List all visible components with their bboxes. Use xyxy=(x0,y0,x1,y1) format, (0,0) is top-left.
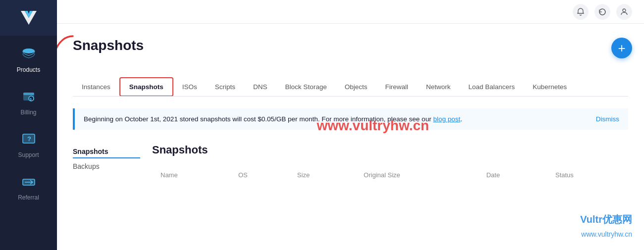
notification-icon-btn[interactable] xyxy=(573,4,589,20)
products-icon xyxy=(19,45,38,63)
section-content: Snapshots Name OS Size Original Size Dat… xyxy=(152,144,628,186)
sub-nav: Snapshots Backups xyxy=(73,144,152,186)
tab-scripts[interactable]: Scripts xyxy=(206,78,244,97)
sidebar-item-products-label: Products xyxy=(17,66,40,73)
svg-point-12 xyxy=(623,9,626,12)
col-original-size: Original Size xyxy=(356,165,479,186)
svg-rect-4 xyxy=(23,93,34,95)
billing-icon: $ xyxy=(19,87,38,106)
tab-block-storage[interactable]: Block Storage xyxy=(276,78,336,97)
dismiss-button[interactable]: Dismiss xyxy=(596,115,619,123)
sub-nav-snapshots[interactable]: Snapshots xyxy=(73,144,140,158)
tab-snapshots[interactable]: Snapshots xyxy=(119,77,173,97)
tab-objects[interactable]: Objects xyxy=(336,78,376,97)
referral-icon xyxy=(19,172,38,191)
col-date: Date xyxy=(479,165,547,186)
tab-load-balancers[interactable]: Load Balancers xyxy=(459,78,524,97)
snapshots-table: Name OS Size Original Size Date Status xyxy=(152,164,628,186)
nav-tabs: Instances Snapshots ISOs Scripts DNS Blo… xyxy=(73,77,628,97)
sidebar-item-referral-label: Referral xyxy=(18,194,39,201)
tab-firewall[interactable]: Firewall xyxy=(376,78,417,97)
sidebar-item-support-label: Support xyxy=(18,151,39,158)
topbar xyxy=(57,0,644,24)
col-status: Status xyxy=(547,165,628,186)
account-icon-btn[interactable] xyxy=(616,4,632,20)
info-banner: Beginning on October 1st, 2021 stored sn… xyxy=(73,108,628,130)
support-icon: ? xyxy=(19,130,38,149)
col-size: Size xyxy=(289,165,356,186)
sub-nav-backups[interactable]: Backups xyxy=(73,158,140,174)
lower-section: Snapshots Backups Snapshots Name OS Size… xyxy=(73,144,628,186)
sidebar-item-products[interactable]: Products xyxy=(0,38,57,80)
arrow-indicator xyxy=(57,34,78,63)
watermark-bottom-right: Vultr优惠网 xyxy=(580,213,632,226)
main-content: www.vultryhw.cn Vultr优惠网 www.vultryhw.cn… xyxy=(57,0,644,250)
page-title-row: Snapshots xyxy=(73,38,628,65)
col-os: OS xyxy=(230,165,289,186)
table-header-row: Name OS Size Original Size Date Status xyxy=(153,165,628,186)
sidebar-item-referral[interactable]: Referral xyxy=(0,165,57,208)
sidebar: Products $ Billing ? Support xyxy=(0,0,57,250)
add-snapshot-button[interactable]: + xyxy=(611,38,632,58)
tab-instances[interactable]: Instances xyxy=(73,78,119,97)
vultr-logo-icon xyxy=(18,7,40,29)
tab-kubernetes[interactable]: Kubernetes xyxy=(524,78,576,97)
section-title: Snapshots xyxy=(152,144,628,156)
tab-dns[interactable]: DNS xyxy=(244,78,276,97)
info-banner-text: Beginning on October 1st, 2021 stored sn… xyxy=(84,115,462,123)
sidebar-item-billing[interactable]: $ Billing xyxy=(0,80,57,123)
sidebar-item-support[interactable]: ? Support xyxy=(0,123,57,165)
tab-isos[interactable]: ISOs xyxy=(173,78,206,97)
topbar-icons xyxy=(573,4,632,20)
col-name: Name xyxy=(153,165,230,186)
page-title: Snapshots xyxy=(73,38,144,53)
blog-post-link[interactable]: blog post xyxy=(433,115,460,123)
watermark-bottom-small: www.vultryhw.cn xyxy=(581,230,632,238)
svg-point-2 xyxy=(23,49,35,53)
sidebar-logo xyxy=(0,0,57,36)
tab-network[interactable]: Network xyxy=(417,78,460,97)
svg-text:$: $ xyxy=(30,98,32,101)
svg-text:?: ? xyxy=(27,135,31,143)
refresh-icon-btn[interactable] xyxy=(594,4,610,20)
sidebar-item-billing-label: Billing xyxy=(20,109,36,116)
content-area: www.vultryhw.cn Vultr优惠网 www.vultryhw.cn… xyxy=(57,24,644,250)
